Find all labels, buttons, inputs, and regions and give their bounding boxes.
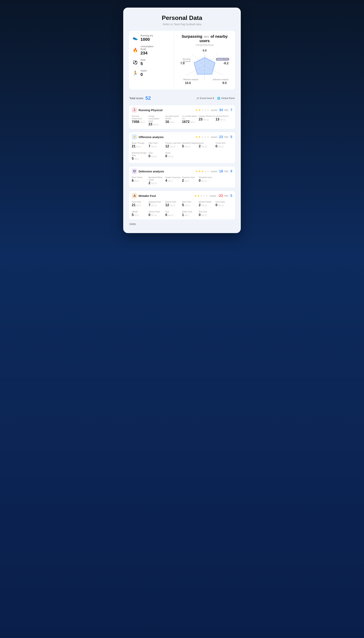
section-icon-mistake: ⚠ [132,193,137,198]
stat-cell-offensive-0-2: Precise Long Pass 12 NO.12 [165,142,182,148]
cell-label-mistake-0-2: Defend Fault [165,201,182,203]
cell-label-mistake-0-4: Missed Header [199,201,215,203]
comprehensive-label: comprehensive [196,44,214,47]
cell-label-offensive-0-5: Threat Shot [216,142,232,144]
stat-icon-1: 🔥 [132,47,138,54]
cell-value-offensive-0-2: 12 [165,144,169,148]
cell-no-mistake-0-2: NO.12 [170,204,175,207]
cell-label-mistake-1-2: Foul [165,211,182,213]
star-running-4: ★ [207,109,209,112]
star-mistake-1: ★ [197,194,200,197]
cell-no-defensive-0-1: NO.16 [151,183,156,185]
grid-row-offensive-0: Break Through 21 NO.3 Killer Pass 7 NO.1… [129,141,235,151]
stat-row-1: 🔥 consumption(kcal) 234 [132,45,171,56]
stars-mistake: ★★★★★ [194,194,208,197]
cell-no-running-0-3: NO.2 [190,121,195,123]
cell-label-offensive-1-0: Attacking PenaltyArea [132,152,148,157]
section-title-defensive: 🛡 Defensive analysis [132,169,164,174]
cell-row-defensive-0-3: 2 NO.2 [182,179,199,183]
no-value-running: 7 [230,108,232,112]
cell-row-offensive-1-0: 5 NO.3 [132,157,148,161]
cell-label-offensive-0-4: Shoot [199,142,215,144]
event-level-icon: 🏷 [196,97,199,100]
cell-no-mistake-1-4: NO.12 [201,214,207,216]
cell-row-offensive-0-5: 0 NO.12 [216,144,232,148]
cell-no-defensive-0-4: NO.12 [201,180,207,182]
cell-row-mistake-1-4: 0 NO.12 [199,213,215,217]
cell-label-mistake-0-5: Kick Empty [216,201,232,203]
score-value-offensive: 23 [219,135,223,139]
cell-no-running-0-2: NO.4 [170,121,174,123]
cell-label-offensive-0-0: Break Through [132,142,148,144]
stat-cell-running-0-0: Running Distance(m) 7456 NO.3 [132,115,148,126]
stat-cell-offensive-1-1: Goal 0 NO.16 [148,152,165,161]
cell-value-mistake-0-2: 12 [165,203,169,207]
stat-label-3: Assist [140,70,146,72]
no-label-mistake: NO: [224,194,229,197]
cell-no-offensive-1-0: NO.3 [134,158,139,160]
cell-label-mistake-1-3: Yellow Card [182,211,199,213]
score-value-mistake: -23 [218,194,223,198]
cell-row-mistake-1-1: 0 NO.16 [148,213,165,217]
cell-value-defensive-0-2: 4 [165,179,167,183]
cell-value-running-0-5: 13 [216,117,219,121]
stat-label-0: Running (m) [140,34,153,37]
stat-cell-mistake-1-4: Red Card 0 NO.12 [199,211,215,217]
cell-label-defensive-0-3: Clearance Kick [182,176,199,179]
cell-label-mistake-0-0: Pass Fault [132,201,148,203]
section-title-text-offensive: Offensive analysis [138,135,164,139]
star-defensive-1: ★ [198,170,201,173]
stat-value-0: 1000 [140,37,153,42]
empty-cell-offensive-1-3 [182,152,199,161]
cell-no-mistake-1-3: NO.1 [185,214,189,216]
cell-value-running-0-1: 23 [148,122,152,126]
cell-row-mistake-0-1: 7 NO.16 [148,203,165,207]
score-value-running: 34 [219,108,223,112]
stat-cell-mistake-1-3: Yellow Card 1 NO.1 [182,211,199,217]
total-score-bar: Total score: 52 🏷 Event level 8 🌐 Global… [128,94,236,103]
stars-defensive: ★★★★★ [196,170,209,173]
stat-cell-offensive-0-0: Break Through 21 NO.3 [132,142,148,148]
cell-value-mistake-0-1: 7 [148,203,150,207]
stat-value-2: 5 [140,61,145,66]
empty-cell-defensive-0-5 [216,176,232,185]
cell-label-mistake-1-4: Red Card [199,211,215,213]
stars-running: ★★★★★ [196,109,209,112]
cell-value-offensive-1-1: 0 [148,154,150,158]
cell-value-offensive-1-2: 0 [165,154,167,158]
cell-label-mistake-1-1: Serious Fault [148,211,165,213]
cell-row-offensive-0-4: 2 NO.12 [199,144,215,148]
stat-info-3: Assist 0 [140,70,146,77]
cell-label-running-0-1: energy consumption(kcal) [148,115,165,122]
cell-label-running-0-5: running stop (t) [216,115,232,117]
score-label-mistake: score: [210,194,216,197]
cell-value-running-0-3: 1672 [182,120,190,124]
cell-row-running-0-2: 16 NO.4 [165,120,182,124]
cell-row-mistake-0-0: 21 NO.3 [132,203,148,207]
section-meta-running: ★★★★★ score: 34 NO: 7 [196,108,232,112]
section-header-offensive: ⚡ Offensive analysis ★★★★★ score: 23 NO:… [129,132,235,141]
section-running: 🏃 Running Physical ★★★★★ score: 34 NO: 7… [128,105,236,129]
stat-info-1: consumption(kcal) 234 [140,45,153,56]
stat-cell-running-0-2: top speed sprint(km/hr) 16 NO.4 [165,115,182,126]
cell-label-defensive-0-1: Wonderful BlockTackle [148,176,165,181]
stat-cell-offensive-0-1: Killer Pass 7 NO.16 [148,142,165,148]
section-header-running: 🏃 Running Physical ★★★★★ score: 34 NO: 7 [129,105,235,114]
stat-cell-offensive-0-5: Threat Shot 0 NO.12 [216,142,232,148]
svg-marker-8 [194,58,215,74]
star-offensive-2: ★ [201,135,204,139]
cell-value-offensive-0-1: 7 [148,144,150,148]
radar-chart: 5.0 Running Physical 7.8 Mistake Foul -8… [180,48,229,86]
no-value-mistake: 5 [230,194,232,198]
surpassing-prefix: Surpassing [182,34,202,39]
stat-cell-defensive-0-0: Block Tackle 6 NO.3 [132,176,148,185]
empty-cell-offensive-1-4 [199,152,215,161]
radar-bottom-right-label: Defensive analysis [213,79,228,81]
cell-row-running-0-0: 7456 NO.3 [132,120,148,124]
cell-value-running-0-0: 7456 [132,120,139,124]
cell-label-running-0-4: change direction (t) [199,115,215,117]
cell-row-defensive-0-4: 0 NO.12 [199,179,215,183]
cell-row-mistake-0-4: 2 NO.12 [199,203,215,207]
cell-value-mistake-1-4: 0 [199,213,200,217]
radar-right-value: -8.2 [223,62,229,65]
